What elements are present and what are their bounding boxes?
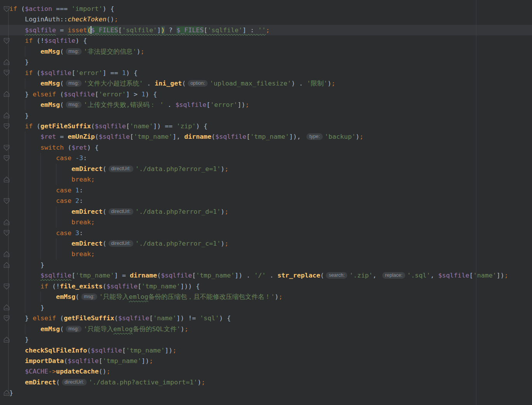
code-line-24[interactable]: break; (0, 249, 532, 259)
token: (! (33, 37, 44, 44)
code-line-7[interactable]: if ($sqlfile['error'] == 1) { (0, 68, 532, 78)
code-line-30[interactable]: } elseif (getFileSuffix($sqlfile['name']… (0, 313, 532, 323)
code-text: LoginAuth::checkToken(); (0, 14, 118, 24)
fold-expand-icon[interactable] (4, 390, 10, 396)
code-line-17[interactable]: break; (0, 174, 532, 185)
code-text: importData($sqlfile['tmp_name']); (0, 356, 153, 366)
token: ; (201, 379, 205, 386)
token: 'error' (75, 69, 103, 77)
token: [ (469, 272, 473, 279)
token: === (52, 5, 72, 12)
fold-expand-icon[interactable] (4, 219, 10, 225)
token: 'tmp_name' (142, 283, 180, 290)
fold-collapse-icon[interactable] (4, 230, 10, 236)
fold-expand-icon[interactable] (4, 59, 10, 65)
code-line-18[interactable]: case 1: (0, 185, 532, 196)
code-text: case -3: (0, 153, 87, 163)
code-line-33[interactable]: checkSqlFileInfo($sqlfile['tmp_name']); (0, 345, 532, 356)
code-line-6[interactable]: } (0, 57, 532, 67)
code-line-25[interactable]: } (0, 260, 532, 270)
token: emDirect (72, 208, 103, 215)
fold-collapse-icon[interactable] (4, 145, 10, 151)
fold-expand-icon[interactable] (4, 251, 10, 257)
fold-collapse-icon[interactable] (4, 155, 10, 161)
token: ; (184, 325, 188, 333)
token: $_FILES (91, 26, 118, 34)
fold-expand-icon[interactable] (4, 262, 10, 268)
code-line-36[interactable]: emDirect(directUrl:'./data.php?active_im… (0, 377, 532, 388)
code-line-35[interactable]: $CACHE->updateCache(); (0, 366, 532, 377)
token: ) { (126, 69, 138, 77)
token: ] (243, 26, 247, 34)
token: break (72, 250, 91, 258)
code-text: emDirect(directUrl:'./data.php?error_e=1… (0, 164, 229, 174)
token: $sqlfile (118, 314, 149, 322)
token: '' (258, 26, 266, 34)
code-text: if (!file_exists($sqlfile['tmp_name'])) … (0, 281, 200, 292)
code-line-21[interactable]: break; (0, 217, 532, 227)
code-line-20[interactable]: emDirect(directUrl:'./data.php?error_d=1… (0, 206, 532, 217)
code-editor[interactable]: if ($action === 'import') { LoginAuth::c… (0, 0, 532, 405)
token: ( (33, 122, 40, 130)
token: '只能导入 (84, 325, 113, 333)
token: ] (153, 122, 157, 130)
token: 'import' (72, 5, 103, 12)
code-line-1[interactable]: if ($action === 'import') { (0, 3, 532, 14)
code-text: if ($action === 'import') { (0, 3, 114, 14)
code-text: if ($sqlfile['error'] == 1) { (0, 68, 138, 78)
fold-collapse-icon[interactable] (4, 315, 10, 321)
token: $sqlfile (215, 133, 247, 140)
code-line-16[interactable]: emDirect(directUrl:'./data.php?error_e=1… (0, 164, 532, 174)
fold-expand-icon[interactable] (4, 304, 10, 311)
fold-collapse-icon[interactable] (4, 283, 10, 290)
code-line-32[interactable]: } (0, 334, 532, 345)
code-line-14[interactable]: switch ($ret) { (0, 142, 532, 153)
fold-expand-icon[interactable] (4, 176, 10, 183)
code-line-37[interactable]: } (0, 388, 532, 398)
code-line-19[interactable]: case 2: (0, 196, 532, 206)
code-line-34[interactable]: importData($sqlfile['tmp_name']); (0, 356, 532, 366)
code-line-11[interactable]: } (0, 110, 532, 121)
token: } (25, 91, 33, 98)
fold-collapse-icon[interactable] (4, 38, 10, 44)
fold-collapse-icon[interactable] (4, 6, 10, 12)
code-line-15[interactable]: case -3: (0, 153, 532, 163)
token: isset (68, 26, 87, 34)
token: 'upload_max_filesize' (210, 80, 291, 87)
code-line-27[interactable]: if (!file_exists($sqlfile['tmp_name'])) … (0, 281, 532, 292)
code-line-8[interactable]: emMsg(msg:'文件大小超过系统' . ini_get(option:'u… (0, 78, 532, 89)
code-line-12[interactable]: if (getFileSuffix($sqlfile['name']) == '… (0, 121, 532, 131)
token: ) { (103, 5, 114, 12)
token: 'name' (153, 314, 177, 322)
code-line-5[interactable]: emMsg(msg:'非法提交的信息'); (0, 46, 532, 57)
code-line-2[interactable]: LoginAuth::checkToken(); (0, 14, 532, 24)
token: ( (17, 5, 25, 12)
code-line-3[interactable]: $sqlfile = isset($_FILES['sqlfile']) ? $… (0, 25, 532, 35)
code-line-22[interactable]: case 3: (0, 228, 532, 238)
code-line-29[interactable]: } (0, 302, 532, 313)
code-line-23[interactable]: emDirect(directUrl:'./data.php?error_c=1… (0, 238, 532, 249)
token: ( (157, 272, 161, 279)
token: $sqlfile (44, 37, 75, 44)
code-line-28[interactable]: emMsg(msg:'只能导入emlog备份的压缩包，且不能修改压缩包文件名！'… (0, 292, 532, 302)
token: [ (206, 101, 210, 108)
code-text: break; (0, 249, 95, 259)
token: $ret (72, 144, 87, 151)
fold-collapse-icon[interactable] (4, 198, 10, 204)
code-line-4[interactable]: if (!$sqlfile) { (0, 35, 532, 46)
fold-collapse-icon[interactable] (4, 123, 10, 129)
token: emMsg (40, 101, 60, 108)
fold-expand-icon[interactable] (4, 337, 10, 343)
code-line-9[interactable]: } elseif ($sqlfile['error'] > 1) { (0, 89, 532, 100)
code-line-31[interactable]: emMsg(msg:'只能导入emlog备份的SQL文件'); (0, 324, 532, 334)
fold-expand-icon[interactable] (4, 91, 10, 97)
token: dirname (130, 272, 157, 279)
token: '只能导入 (99, 293, 129, 300)
code-line-13[interactable]: $ret = emUnZip($sqlfile['tmp_name'], dir… (0, 131, 532, 142)
token: checkToken (68, 16, 107, 23)
fold-collapse-icon[interactable] (4, 70, 10, 76)
code-line-26[interactable]: $sqlfile['tmp_name'] = dirname($sqlfile[… (0, 270, 532, 281)
code-line-10[interactable]: emMsg(msg:'上传文件失败,错误码： ' . $sqlfile['err… (0, 100, 532, 110)
fold-expand-icon[interactable] (4, 112, 10, 119)
token: ) { (219, 314, 231, 322)
